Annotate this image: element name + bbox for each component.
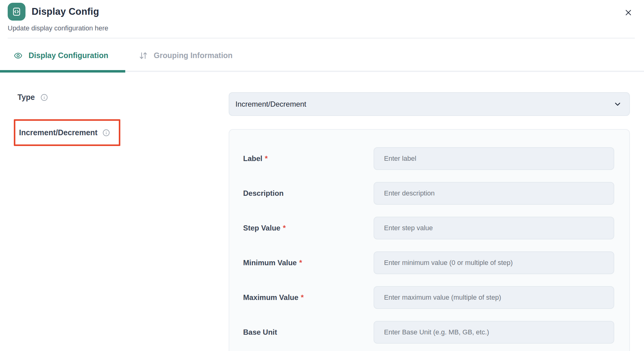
active-tab-indicator <box>0 70 125 73</box>
field-label: Maximum Value <box>243 293 298 302</box>
tab-label: Grouping Information <box>154 51 233 60</box>
chevron-down-icon <box>613 100 622 108</box>
tab-grouping-information[interactable]: Grouping Information <box>139 51 233 60</box>
base-unit-input[interactable] <box>374 321 614 344</box>
info-icon[interactable] <box>41 94 48 101</box>
minimum-value-input[interactable] <box>374 251 614 274</box>
form-rows: Label* Description Step Value* Minimum V… <box>243 147 614 344</box>
page-title: Display Config <box>32 6 99 17</box>
tab-bar: Display Configuration Grouping Informati… <box>0 38 644 73</box>
info-icon[interactable] <box>103 129 110 136</box>
field-label: Step Value <box>243 224 280 232</box>
form-field-row: Step Value* <box>243 217 614 239</box>
form-field-row: Description <box>243 182 614 205</box>
description-input[interactable] <box>374 182 614 205</box>
required-asterisk: * <box>283 224 285 232</box>
modal-header: Display Config Update display configurat… <box>0 0 644 38</box>
increment-decrement-label: Increment/Decrement <box>19 128 98 137</box>
tab-display-configuration[interactable]: Display Configuration <box>14 51 108 60</box>
close-button[interactable] <box>622 6 635 19</box>
type-select-value: Increment/Decrement <box>235 100 306 108</box>
step-value-input[interactable] <box>374 217 614 239</box>
field-label: Base Unit <box>243 328 277 336</box>
display-config-icon <box>8 3 25 21</box>
form-field-row: Minimum Value* <box>243 251 614 274</box>
config-form-card: Label* Description Step Value* Minimum V… <box>229 129 630 351</box>
form-field-row: Base Unit <box>243 321 614 344</box>
form-field-row: Maximum Value* <box>243 286 614 309</box>
type-select[interactable]: Increment/Decrement <box>229 92 630 116</box>
highlight-box: Increment/Decrement <box>14 119 120 146</box>
close-icon <box>624 8 633 17</box>
maximum-value-input[interactable] <box>374 286 614 309</box>
type-row: Type <box>17 93 229 102</box>
eye-icon <box>14 51 22 60</box>
required-asterisk: * <box>265 154 268 163</box>
form-field-row: Label* <box>243 147 614 170</box>
required-asterisk: * <box>299 258 302 267</box>
config-column: Increment/Decrement Label* Description S… <box>229 73 630 351</box>
label-input[interactable] <box>374 147 614 170</box>
required-asterisk: * <box>301 293 304 302</box>
display-config-modal: Display Config Update display configurat… <box>0 0 644 351</box>
field-label: Description <box>243 189 284 197</box>
page-subtitle: Update display configuration here <box>8 24 635 32</box>
modal-body: Type Increment/Decrement Increment/Decr <box>0 73 644 351</box>
field-label: Minimum Value <box>243 258 297 267</box>
type-label: Type <box>17 93 35 102</box>
field-labels-column: Type Increment/Decrement <box>0 73 229 146</box>
arrow-down-up-icon <box>139 51 148 60</box>
field-label: Label <box>243 154 262 163</box>
tab-label: Display Configuration <box>29 51 108 60</box>
